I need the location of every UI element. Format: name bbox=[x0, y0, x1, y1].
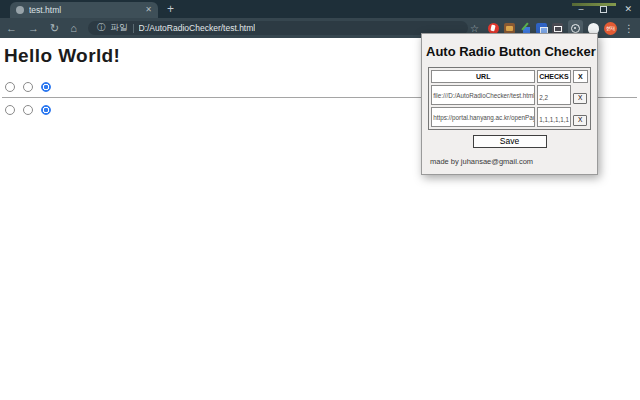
extension-popup: Auto Radio Button Checker URL CHECKS X f… bbox=[421, 33, 598, 175]
extension-pencil-icon[interactable] bbox=[520, 23, 531, 34]
remove-row-button[interactable]: X bbox=[573, 115, 587, 126]
omnibox-separator bbox=[133, 24, 134, 33]
extension-blue-icon[interactable] bbox=[536, 23, 547, 34]
checks-input[interactable] bbox=[538, 113, 570, 126]
remove-cell: X bbox=[573, 85, 588, 105]
extension-picture-icon[interactable] bbox=[504, 23, 515, 34]
checks-column-header: CHECKS bbox=[537, 70, 571, 83]
url-cell: file:///D:/AutoRadioChecker/test.html bbox=[431, 85, 535, 105]
bookmark-star-icon[interactable]: ☆ bbox=[470, 23, 479, 34]
remove-cell: X bbox=[573, 107, 588, 127]
forward-icon[interactable]: → bbox=[28, 23, 39, 34]
checks-cell bbox=[537, 85, 571, 105]
page-info-icon[interactable]: ⓘ bbox=[97, 22, 106, 34]
remove-column-header: X bbox=[573, 70, 588, 83]
back-icon[interactable]: ← bbox=[6, 23, 17, 34]
url-column-header: URL bbox=[431, 70, 535, 83]
radio-button[interactable] bbox=[5, 105, 15, 115]
extension-red-icon[interactable] bbox=[488, 23, 499, 34]
minimize-button[interactable]: – bbox=[578, 5, 583, 14]
table-header-row: URL CHECKS X bbox=[431, 70, 588, 83]
radio-target-icon bbox=[571, 24, 580, 33]
radio-button-checked[interactable] bbox=[41, 105, 51, 115]
radio-button-checked[interactable] bbox=[41, 82, 51, 92]
browser-titlebar: test.html ✕ + – ✕ bbox=[0, 0, 640, 18]
tab-close-icon[interactable]: ✕ bbox=[145, 6, 152, 14]
popup-credit-text: made by juhansae@gmail.com bbox=[430, 157, 597, 166]
browser-tab[interactable]: test.html ✕ bbox=[10, 2, 158, 18]
radio-button[interactable] bbox=[23, 105, 33, 115]
table-row: https://portal.hanyang.ac.kr/openPage.do… bbox=[431, 107, 588, 127]
tab-title: test.html bbox=[29, 5, 140, 15]
popup-title: Auto Radio Button Checker bbox=[426, 44, 593, 59]
maximize-button[interactable] bbox=[600, 6, 607, 13]
checks-cell bbox=[537, 107, 571, 127]
url-text[interactable]: D:/AutoRadioChecker/test.html bbox=[139, 23, 256, 33]
url-scheme-label: 파일 bbox=[111, 22, 128, 34]
radio-button[interactable] bbox=[23, 82, 33, 92]
radio-button[interactable] bbox=[5, 82, 15, 92]
checks-input[interactable] bbox=[538, 91, 570, 104]
reload-icon[interactable]: ↻ bbox=[50, 23, 59, 34]
address-bar[interactable]: ⓘ 파일 D:/AutoRadioChecker/test.html bbox=[88, 21, 468, 35]
profile-avatar[interactable]: 현재 bbox=[604, 22, 617, 35]
new-tab-button[interactable]: + bbox=[167, 2, 174, 16]
browser-menu-icon[interactable]: ⋮ bbox=[624, 23, 634, 34]
home-icon[interactable]: ⌂ bbox=[70, 23, 77, 34]
url-checks-table: URL CHECKS X file:///D:/AutoRadioChecker… bbox=[428, 67, 591, 130]
table-row: file:///D:/AutoRadioChecker/test.html X bbox=[431, 85, 588, 105]
tab-favicon-icon bbox=[16, 6, 24, 14]
save-button[interactable]: Save bbox=[473, 135, 547, 148]
window-controls: – ✕ bbox=[578, 0, 632, 18]
close-button[interactable]: ✕ bbox=[624, 5, 632, 14]
extension-pip-icon[interactable] bbox=[552, 23, 563, 34]
remove-row-button[interactable]: X bbox=[573, 93, 587, 104]
extension-white-icon[interactable] bbox=[588, 23, 599, 34]
url-cell: https://portal.hanyang.ac.kr/openPage.do bbox=[431, 107, 535, 127]
